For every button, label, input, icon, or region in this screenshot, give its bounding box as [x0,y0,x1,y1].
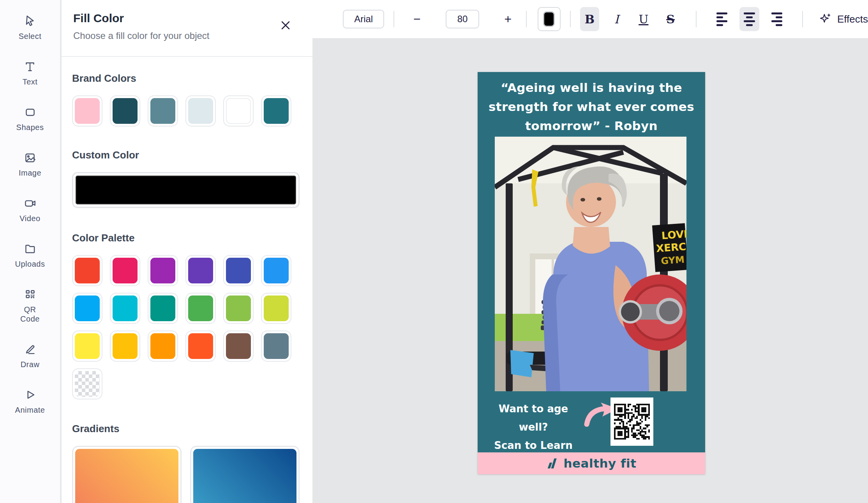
healthy-fit-logo-text: healthy fit [564,456,637,470]
color-swatch[interactable] [148,331,178,362]
color-swatch[interactable] [148,255,178,286]
svg-text:XERCIS: XERCIS [656,240,686,254]
gradient-swatch[interactable] [72,446,182,503]
color-swatch[interactable] [261,95,291,127]
sidebar-item-shapes[interactable]: Shapes [7,105,53,132]
sidebar-item-label: Image [19,168,41,178]
custom-color-fill [76,176,296,204]
color-swatch[interactable] [148,293,178,324]
toolbar-divider [393,11,394,27]
sidebar-item-draw[interactable]: Draw [7,342,53,369]
color-swatch[interactable] [148,95,178,127]
transparent-swatch[interactable] [72,368,102,399]
color-swatch[interactable] [261,255,291,286]
poster-footer[interactable]: healthy fit [478,452,705,474]
sidebar-item-label: Shapes [16,123,44,132]
effects-button[interactable]: Effects [819,12,868,26]
panel-title: Fill Color [73,12,297,25]
healthy-fit-logo-icon [547,457,559,470]
sidebar-item-video[interactable]: Video [7,196,53,223]
italic-button[interactable]: I [607,7,626,31]
qr-pattern [614,401,650,442]
poster-quote-text[interactable]: “Ageing well is having the strength for … [478,78,705,135]
color-swatch[interactable] [110,293,140,324]
swatch-color [226,98,251,124]
cursor-icon [23,14,37,28]
qr-code-image[interactable] [610,397,653,446]
swatch-color [188,98,213,124]
swatch-color [75,98,100,124]
sidebar-item-label: Text [23,77,38,86]
swatch-color [150,295,175,321]
folder-icon [23,242,37,256]
swatch-color [75,333,100,359]
panel-subtitle: Choose a fill color for your object [73,30,297,41]
swatch-color [188,258,213,283]
sidebar-item-label: Draw [21,360,40,369]
swatch-color [188,295,213,321]
color-swatch[interactable] [185,331,216,362]
sidebar-item-label: Animate [15,405,45,415]
sidebar-item-animate[interactable]: Animate [7,388,53,415]
swatch-color [150,98,175,124]
toolbar-divider [696,11,697,27]
align-left-button[interactable] [712,7,732,31]
color-swatch[interactable] [72,331,102,362]
text-color-button[interactable] [538,7,561,31]
bold-button[interactable]: B [580,7,599,31]
gradient-swatch[interactable] [190,446,300,503]
swatch-color [264,98,289,124]
swatch-color [226,333,251,359]
svg-text:LOVE: LOVE [661,228,686,241]
swatch-color [150,258,175,283]
font-size-input[interactable]: 80 [446,10,479,28]
color-palette-label: Color Palette [72,232,302,244]
custom-color-swatch[interactable] [72,172,300,208]
swatch-color [75,295,100,321]
swatch-color [226,295,251,321]
color-swatch[interactable] [72,95,102,127]
sidebar-item-uploads[interactable]: Uploads [7,242,53,269]
toolbar-divider [526,11,527,27]
gradients-row [72,446,302,503]
effects-label: Effects [837,13,868,25]
underline-button[interactable]: U [634,7,653,31]
swatch-color [113,295,138,321]
color-swatch[interactable] [110,255,140,286]
fill-color-panel: Fill Color Choose a fill color for your … [62,0,312,503]
sidebar-item-text[interactable]: Text [7,60,53,86]
color-swatch[interactable] [72,255,102,286]
color-swatch[interactable] [110,95,140,127]
color-swatch[interactable] [72,293,102,324]
font-family-select[interactable]: Arial [343,10,384,28]
color-swatch[interactable] [261,293,291,324]
color-swatch[interactable] [223,255,254,286]
swatch-color [188,333,213,359]
color-swatch[interactable] [223,293,254,324]
strikethrough-button[interactable]: S [661,7,680,31]
sidebar-item-select[interactable]: Select [7,14,53,41]
sidebar-item-image[interactable]: Image [7,151,53,178]
align-center-button[interactable] [739,7,759,31]
design-canvas[interactable]: “Ageing well is having the strength for … [312,38,868,503]
close-panel-button[interactable] [279,19,292,32]
poster-design[interactable]: “Ageing well is having the strength for … [478,72,705,474]
font-size-increase-button[interactable]: + [501,10,515,28]
align-right-button[interactable] [767,7,787,31]
sparkle-icon [819,12,833,26]
color-swatch[interactable] [185,255,216,286]
color-palette-grid [72,255,300,399]
color-swatch[interactable] [185,293,216,324]
swatch-color [75,258,100,283]
sidebar-item-qr-code[interactable]: QR Code [7,287,53,324]
color-swatch[interactable] [223,95,254,127]
gradients-label: Gradients [72,423,302,435]
color-swatch[interactable] [185,95,216,127]
pencil-icon [23,342,37,356]
poster-photo[interactable]: LOVE XERCIS GYM [495,137,686,391]
color-swatch[interactable] [110,331,140,362]
font-size-decrease-button[interactable]: − [410,10,424,28]
toolbar-divider [570,11,571,27]
color-swatch[interactable] [261,331,291,362]
color-swatch[interactable] [223,331,254,362]
